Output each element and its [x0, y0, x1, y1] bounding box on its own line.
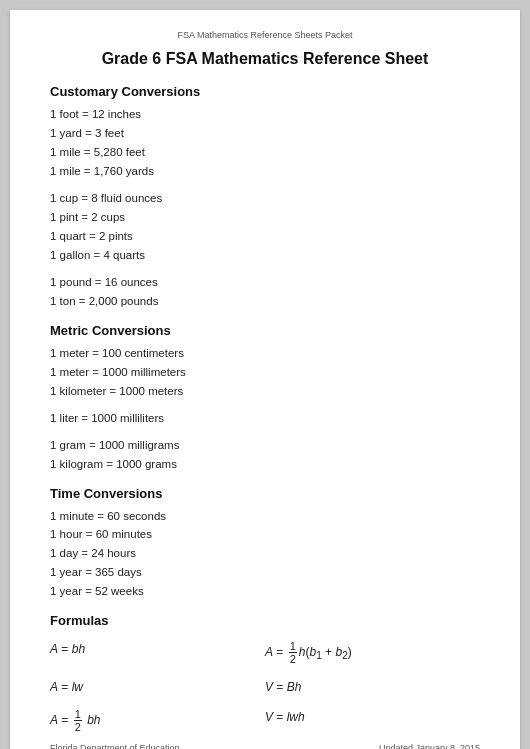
conv-item: 1 year = 365 days	[50, 563, 480, 582]
metric-title: Metric Conversions	[50, 323, 480, 338]
conv-item: 1 cup = 8 fluid ounces	[50, 189, 480, 208]
formulas-grid: A = bh A = 12h(b1 + b2) A = lw V = Bh A …	[50, 634, 480, 738]
formula-A-half-bh: A = 12 bh	[50, 702, 265, 739]
conv-item: 1 gram = 1000 milligrams	[50, 436, 480, 455]
metric-section: Metric Conversions 1 meter = 100 centime…	[50, 323, 480, 474]
formula-trapezoid: A = 12h(b1 + b2)	[265, 634, 480, 671]
customary-group-2: 1 cup = 8 fluid ounces 1 pint = 2 cups 1…	[50, 189, 480, 265]
customary-group-3: 1 pound = 16 ounces 1 ton = 2,000 pounds	[50, 273, 480, 311]
formulas-section: Formulas A = bh A = 12h(b1 + b2) A = lw …	[50, 613, 480, 738]
formulas-title: Formulas	[50, 613, 480, 628]
conv-item: 1 hour = 60 minutes	[50, 525, 480, 544]
formula-V-Bh: V = Bh	[265, 672, 480, 702]
conv-item: 1 quart = 2 pints	[50, 227, 480, 246]
time-title: Time Conversions	[50, 486, 480, 501]
customary-title: Customary Conversions	[50, 84, 480, 99]
conv-item: 1 gallon = 4 quarts	[50, 246, 480, 265]
header-label: FSA Mathematics Reference Sheets Packet	[50, 30, 480, 40]
conv-item: 1 meter = 100 centimeters	[50, 344, 480, 363]
metric-group-1: 1 meter = 100 centimeters 1 meter = 1000…	[50, 344, 480, 401]
time-group-1: 1 minute = 60 seconds 1 hour = 60 minute…	[50, 507, 480, 602]
footer: Florida Department of Education Updated …	[50, 743, 480, 749]
conv-item: 1 kilogram = 1000 grams	[50, 455, 480, 474]
footer-left: Florida Department of Education	[50, 743, 180, 749]
conv-item: 1 liter = 1000 milliliters	[50, 409, 480, 428]
footer-right: Updated January 8, 2015	[379, 743, 480, 749]
conv-item: 1 yard = 3 feet	[50, 124, 480, 143]
conv-item: 1 kilometer = 1000 meters	[50, 382, 480, 401]
conv-item: 1 pound = 16 ounces	[50, 273, 480, 292]
conv-item: 1 pint = 2 cups	[50, 208, 480, 227]
time-section: Time Conversions 1 minute = 60 seconds 1…	[50, 486, 480, 602]
customary-section: Customary Conversions 1 foot = 12 inches…	[50, 84, 480, 311]
conv-item: 1 year = 52 weeks	[50, 582, 480, 601]
page-title: Grade 6 FSA Mathematics Reference Sheet	[50, 50, 480, 68]
conv-item: 1 minute = 60 seconds	[50, 507, 480, 526]
customary-group-1: 1 foot = 12 inches 1 yard = 3 feet 1 mil…	[50, 105, 480, 181]
conv-item: 1 mile = 1,760 yards	[50, 162, 480, 181]
formula-A-bh: A = bh	[50, 634, 265, 671]
conv-item: 1 mile = 5,280 feet	[50, 143, 480, 162]
metric-group-2: 1 liter = 1000 milliliters	[50, 409, 480, 428]
metric-group-3: 1 gram = 1000 milligrams 1 kilogram = 10…	[50, 436, 480, 474]
conv-item: 1 ton = 2,000 pounds	[50, 292, 480, 311]
page: FSA Mathematics Reference Sheets Packet …	[10, 10, 520, 749]
formula-V-lwh: V = lwh	[265, 702, 480, 739]
formula-A-lw: A = lw	[50, 672, 265, 702]
conv-item: 1 foot = 12 inches	[50, 105, 480, 124]
conv-item: 1 day = 24 hours	[50, 544, 480, 563]
conv-item: 1 meter = 1000 millimeters	[50, 363, 480, 382]
